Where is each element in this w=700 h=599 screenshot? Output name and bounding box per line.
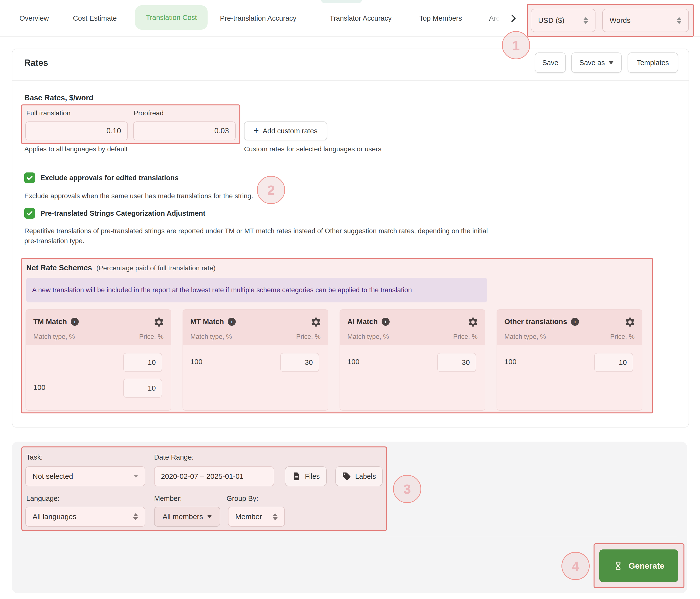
gear-icon[interactable] <box>624 316 635 328</box>
proofread-label: Proofread <box>134 109 164 117</box>
mt-match-100-price-input[interactable]: 30 <box>280 353 319 372</box>
tab-overflow-truncated[interactable]: Arc <box>489 14 500 23</box>
other-translations-card: Other translations i Match type, % Price… <box>497 309 642 411</box>
add-custom-rates-label: Add custom rates <box>263 127 318 135</box>
generate-button-label: Generate <box>628 561 664 571</box>
other-100-price-value: 10 <box>619 358 627 367</box>
full-translation-label: Full translation <box>26 109 71 117</box>
member-select-value: All members <box>162 513 203 521</box>
files-button-label: Files <box>305 472 320 480</box>
save-button-label: Save <box>542 59 558 67</box>
exclude-approvals-label[interactable]: Exclude approvals for edited translation… <box>40 174 179 182</box>
language-select[interactable]: All languages <box>25 507 145 527</box>
ai-match-title: AI Match <box>347 317 378 326</box>
net-rate-note: A new translation will be included in th… <box>26 278 487 303</box>
check-icon <box>26 174 33 182</box>
plus-icon: + <box>254 125 259 135</box>
filters-actions-divider <box>23 536 677 536</box>
add-custom-rates-button[interactable]: + Add custom rates <box>244 122 327 140</box>
gear-icon[interactable] <box>310 316 322 328</box>
unit-select[interactable]: Words <box>602 9 689 32</box>
language-label: Language: <box>26 495 59 502</box>
pretranslated-adjustment-label[interactable]: Pre-translated Strings Categorization Ad… <box>40 209 205 217</box>
ai-match-row-100: 100 <box>347 358 359 366</box>
date-range-value: 2020-02-07 – 2025-01-01 <box>161 472 244 480</box>
tab-pre-translation-accuracy[interactable]: Pre-translation Accuracy <box>220 14 296 23</box>
report-tabs-bar: Overview Cost Estimate Translation Cost … <box>0 0 700 37</box>
unit-value: Words <box>609 16 630 25</box>
group-by-select[interactable]: Member <box>228 507 285 527</box>
price-column-header: Price, % <box>139 333 164 341</box>
info-icon[interactable]: i <box>382 318 390 326</box>
match-type-column-header: Match type, % <box>504 333 546 341</box>
task-select[interactable]: Not selected <box>25 466 145 486</box>
files-button[interactable]: Files <box>285 466 327 486</box>
mt-100-price-value: 30 <box>305 358 313 367</box>
match-type-column-header: Match type, % <box>33 333 75 341</box>
full-translation-rate-input[interactable]: 0.10 <box>25 122 128 140</box>
ai-100-price-value: 30 <box>462 358 470 367</box>
date-range-input[interactable]: 2020-02-07 – 2025-01-01 <box>154 466 274 486</box>
caret-down-icon <box>608 61 614 64</box>
base-rates-note-left: Applies to all languages by default <box>24 145 128 153</box>
tab-top-members[interactable]: Top Members <box>419 14 462 23</box>
task-select-value: Not selected <box>32 472 73 480</box>
full-translation-rate-value: 0.10 <box>106 127 121 135</box>
exclude-approvals-checkbox[interactable] <box>24 173 35 183</box>
mt-match-row-100: 100 <box>190 358 202 366</box>
other-translations-row-100: 100 <box>504 358 517 366</box>
group-by-select-value: Member <box>235 513 262 521</box>
tabs-overflow-chevron-icon[interactable] <box>508 13 519 25</box>
price-column-header: Price, % <box>453 333 478 341</box>
tm-match-title: TM Match <box>33 317 67 326</box>
custom-rates-note-right: Custom rates for selected languages or u… <box>244 145 381 153</box>
mt-match-card: MT Match i Match type, % Price, % 100 30 <box>182 309 328 411</box>
annotation-step-3: 3 <box>393 475 421 503</box>
other-translations-title: Other translations <box>504 317 567 326</box>
generate-button[interactable]: Generate <box>599 549 678 582</box>
save-button[interactable]: Save <box>535 52 566 73</box>
tab-cost-estimate[interactable]: Cost Estimate <box>73 14 117 23</box>
templates-button-label: Templates <box>637 59 669 67</box>
base-rates-heading: Base Rates, $/word <box>24 94 93 102</box>
annotation-step-1: 1 <box>502 31 530 59</box>
member-select[interactable]: All members <box>154 507 220 527</box>
info-icon[interactable]: i <box>228 318 236 326</box>
match-type-column-header: Match type, % <box>190 333 232 341</box>
tm-101-price-value: 10 <box>148 358 156 367</box>
ai-match-100-price-input[interactable]: 30 <box>437 353 476 372</box>
info-icon[interactable]: i <box>71 318 79 326</box>
gear-icon[interactable] <box>467 316 479 328</box>
tm-match-101-price-input[interactable]: 10 <box>123 353 162 372</box>
labels-button[interactable]: Labels <box>335 466 382 486</box>
templates-button[interactable]: Templates <box>628 52 678 73</box>
tab-translator-accuracy[interactable]: Translator Accuracy <box>330 14 392 23</box>
hourglass-icon <box>613 561 623 571</box>
caret-down-icon <box>207 515 212 518</box>
labels-button-label: Labels <box>355 472 376 480</box>
save-as-button[interactable]: Save as <box>571 52 622 73</box>
task-label: Task: <box>26 453 43 461</box>
date-range-label: Date Range: <box>154 453 194 461</box>
tooltip-remnant <box>321 0 362 3</box>
proofread-rate-value: 0.03 <box>215 127 229 135</box>
info-icon[interactable]: i <box>571 318 579 326</box>
tab-translation-cost-label: Translation Cost <box>146 14 197 22</box>
select-arrows-icon <box>133 513 138 520</box>
group-by-label: Group By: <box>227 495 258 502</box>
tag-icon <box>342 472 351 481</box>
match-type-column-header: Match type, % <box>347 333 389 341</box>
pretranslated-adjustment-checkbox[interactable] <box>24 208 35 218</box>
select-arrows-icon <box>677 17 681 24</box>
proofread-rate-input[interactable]: 0.03 <box>133 122 236 140</box>
select-arrows-icon <box>583 17 588 24</box>
currency-value: USD ($) <box>538 16 565 25</box>
tm-match-100-price-input[interactable]: 10 <box>123 379 162 398</box>
currency-select[interactable]: USD ($) <box>531 9 596 32</box>
tab-overview[interactable]: Overview <box>20 14 49 23</box>
tab-translation-cost-active[interactable]: Translation Cost <box>135 5 207 30</box>
price-column-header: Price, % <box>296 333 321 341</box>
gear-icon[interactable] <box>153 316 165 328</box>
rates-title: Rates <box>24 58 48 68</box>
other-translations-100-price-input[interactable]: 10 <box>594 353 633 372</box>
